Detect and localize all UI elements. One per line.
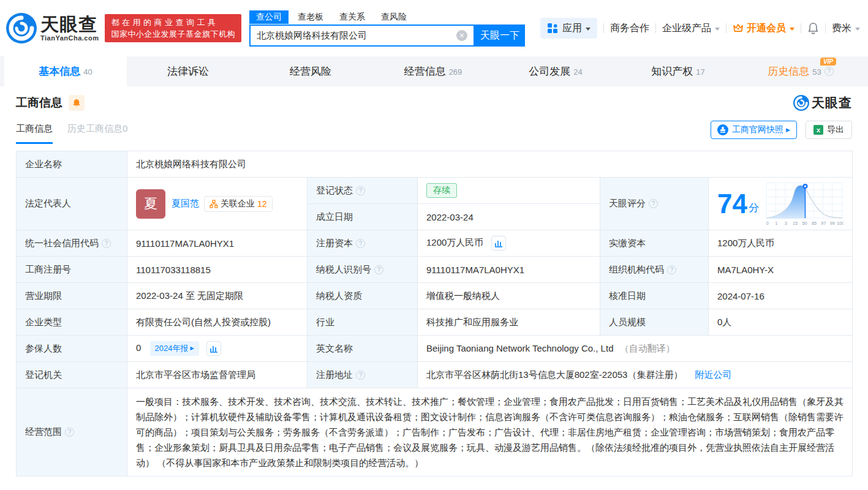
field-label: 天眼评分?: [600, 178, 709, 230]
address-value: 北京市平谷区林荫北街13号信息大厦802室-22053（集群注册）: [426, 369, 682, 380]
slogan-badge: 都在用的商业查询工具 国家中小企业发展子基金旗下机构: [105, 14, 241, 42]
tab-label: 公司发展: [529, 64, 570, 78]
tab-basic-info[interactable]: 基本信息 40: [4, 56, 127, 86]
tab-label: 历史信息: [768, 64, 809, 78]
chevron-down-icon: [586, 28, 591, 31]
official-snapshot-button[interactable]: 工商官网快照 ▶: [711, 121, 797, 139]
reg-no-value: 110117033118815: [127, 257, 308, 283]
credit-code-value: 91110117MA7LA0HYX1: [127, 230, 308, 257]
subscribe-bell-button[interactable]: [69, 95, 85, 111]
industry-value: 科技推广和应用服务业: [418, 309, 600, 336]
username: 费米: [832, 22, 851, 35]
search-input[interactable]: 北京桃娘网络科技有限公司 ✕: [249, 24, 475, 47]
insured-chart-icon[interactable]: [206, 341, 221, 356]
tab-count: 53: [812, 67, 821, 77]
tab-label: 基本信息: [39, 64, 80, 78]
bell-icon[interactable]: [807, 22, 819, 34]
tab-history-info[interactable]: 历史信息 53 VIP ?: [739, 56, 862, 86]
field-label: 纳税人识别号?: [308, 257, 418, 283]
help-icon[interactable]: ?: [356, 371, 365, 380]
search-block: 查公司 查老板 查关系 查风险 北京桃娘网络科技有限公司 ✕ 天眼一下: [249, 10, 525, 47]
subtab-history-business-info[interactable]: 历史工商信息0: [67, 123, 127, 144]
table-row: 登记机关 北京市平谷区市场监督管理局 注册地址? 北京市平谷区林荫北街13号信息…: [17, 362, 853, 388]
svg-text:85: 85: [812, 220, 817, 225]
tab-label: 经营信息: [404, 64, 446, 78]
tax-id-value: 91110117MA7LA0HYX1: [418, 257, 600, 283]
field-label: 登记状态?: [308, 178, 418, 204]
snapshot-label: 工商官网快照: [732, 124, 783, 135]
help-icon[interactable]: ?: [65, 428, 74, 437]
table-row: 经营范围? 一般项目：技术服务、技术开发、技术咨询、技术交流、技术转让、技术推广…: [17, 388, 853, 477]
tab-count: 24: [573, 67, 582, 77]
org-code-label: 组织机构代码: [609, 264, 664, 276]
tab-operation-risk[interactable]: 经营风险: [249, 56, 372, 86]
search-tab-company[interactable]: 查公司: [249, 10, 289, 24]
divider: [726, 23, 726, 33]
avatar[interactable]: 夏: [136, 189, 165, 219]
tab-operation-info[interactable]: 经营信息 269: [372, 56, 494, 86]
help-icon[interactable]: ?: [667, 265, 676, 274]
apps-label: 应用: [562, 22, 582, 35]
field-label: 注册资本?: [308, 230, 418, 257]
field-label: 登记机关: [17, 362, 127, 388]
apps-menu[interactable]: 应用: [540, 18, 597, 39]
related-companies-tag[interactable]: 关联企业 12: [204, 196, 273, 212]
annual-report-label: 2024年报: [155, 343, 189, 354]
tab-label: 经营风险: [290, 64, 331, 78]
vip-label: 开通会员: [747, 22, 786, 35]
svg-text:0: 0: [766, 220, 769, 225]
divider: [801, 23, 801, 33]
tianyancha-logo[interactable]: 天眼查 TianYanCha.com: [6, 13, 99, 43]
capital-chart-icon[interactable]: [491, 236, 506, 251]
crown-icon: [733, 23, 744, 33]
company-type-value: 有限责任公司(自然人投资或控股): [127, 309, 308, 336]
reg-capital-cell: 1200万人民币: [418, 230, 600, 257]
help-icon[interactable]: ?: [356, 239, 365, 248]
apps-grid-icon: [547, 23, 558, 34]
svg-text:3: 3: [785, 220, 787, 225]
scope-label: 经营范围: [25, 426, 62, 438]
svg-text:15: 15: [793, 220, 798, 225]
search-tab-relation[interactable]: 查关系: [339, 10, 365, 24]
clear-search-icon[interactable]: ✕: [456, 30, 467, 41]
field-label: 纳税人资质: [308, 283, 418, 309]
field-label: 英文名称: [308, 336, 418, 362]
user-menu[interactable]: 费米: [832, 22, 860, 35]
search-tab-boss[interactable]: 查老板: [298, 10, 323, 24]
legal-representative-link[interactable]: 夏国范: [172, 198, 199, 209]
help-icon[interactable]: ?: [374, 265, 383, 274]
nearby-companies-link[interactable]: 附近公司: [695, 369, 732, 380]
help-icon[interactable]: ?: [825, 67, 834, 76]
tab-legal-proceedings[interactable]: 法律诉讼: [127, 56, 249, 86]
help-icon[interactable]: ?: [356, 186, 365, 195]
credit-code-label: 统一社会信用代码: [25, 238, 99, 249]
approved-date-value: 2024-07-16: [709, 283, 853, 309]
export-button[interactable]: x 导出: [806, 121, 852, 139]
search-button[interactable]: 天眼一下: [475, 24, 525, 47]
status-badge: 存续: [426, 183, 457, 198]
tab-count: 269: [449, 67, 462, 77]
open-vip-button[interactable]: 开通会员: [733, 22, 794, 35]
annual-report-tag[interactable]: 2024年报 ▶: [150, 341, 199, 356]
business-scope-value: 一般项目：技术服务、技术开发、技术咨询、技术交流、技术转让、技术推广；餐饮管理；…: [127, 388, 853, 477]
address-cell: 北京市平谷区林荫北街13号信息大厦802室-22053（集群注册） 附近公司: [418, 362, 853, 388]
nav-enterprise[interactable]: 企业级产品: [662, 22, 720, 35]
field-label: 企业类型: [17, 309, 127, 336]
logo-domain: TianYanCha.com: [40, 34, 99, 42]
paid-capital-value: 1200万人民币: [709, 230, 853, 257]
stamp-icon: [717, 124, 728, 135]
tab-company-development[interactable]: 公司发展 24: [494, 56, 617, 86]
tax-id-label: 纳税人识别号: [316, 264, 371, 276]
table-row: 统一社会信用代码? 91110117MA7LA0HYX1 注册资本? 1200万…: [17, 230, 853, 257]
tax-quality-value: 增值税一般纳税人: [418, 283, 600, 309]
help-icon[interactable]: ?: [102, 239, 111, 248]
nav-cooperation[interactable]: 商务合作: [610, 22, 649, 35]
search-tab-risk[interactable]: 查风险: [381, 10, 407, 24]
excel-icon: x: [813, 125, 823, 135]
field-label: 参保人数: [17, 336, 127, 362]
subtab-business-info[interactable]: 工商信息: [16, 123, 53, 144]
help-icon[interactable]: ?: [649, 199, 658, 208]
tab-intellectual-property[interactable]: 知识产权 17: [617, 56, 739, 86]
tianyancha-logo-icon: [6, 13, 37, 43]
score-distribution-chart: 013 155085 9799100: [765, 181, 843, 227]
